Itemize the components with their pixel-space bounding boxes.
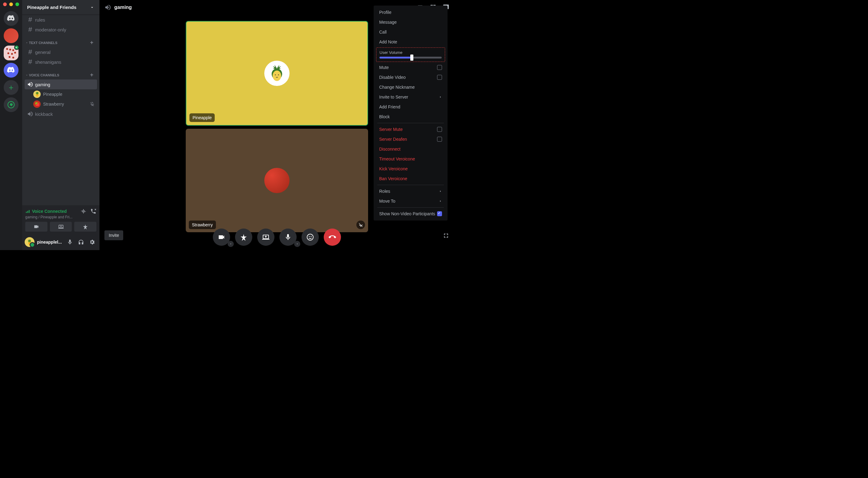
checkbox-icon <box>437 137 442 142</box>
voice-user-pineapple[interactable]: 🍍 Pineapple <box>25 89 97 99</box>
menu-profile[interactable]: Profile <box>376 7 445 17</box>
signal-icon <box>25 209 30 214</box>
server-name: Pineapple and Friends <box>27 5 76 10</box>
add-channel-button[interactable]: + <box>90 39 96 46</box>
checkbox-icon <box>437 65 442 70</box>
server-discord-icon[interactable] <box>4 63 19 77</box>
menu-mute[interactable]: Mute <box>376 63 445 72</box>
server-list: + <box>0 0 22 250</box>
video-tile-pineapple[interactable]: Pineapple <box>186 21 368 126</box>
menu-add-note[interactable]: Add Note <box>376 37 445 47</box>
channel-moderator-only[interactable]: #moderator-only <box>25 25 97 34</box>
chevron-down-icon <box>25 74 28 77</box>
server-header[interactable]: Pineapple and Friends <box>22 0 99 15</box>
activity-button[interactable] <box>235 228 252 246</box>
channel-general[interactable]: #general <box>25 47 97 57</box>
user-name[interactable]: pineapplel... <box>37 240 63 245</box>
avatar <box>264 168 289 193</box>
user-volume-slider[interactable] <box>379 57 442 59</box>
menu-disable-video[interactable]: Disable Video <box>376 72 445 82</box>
voice-user-strawberry[interactable]: 🍓 Strawberry <box>25 99 97 109</box>
menu-server-mute[interactable]: Server Mute <box>376 124 445 134</box>
user-panel: 🍍 pineapplel... <box>22 234 99 250</box>
svg-rect-2 <box>29 210 30 213</box>
user-volume-section: User Volume <box>376 47 445 62</box>
mic-muted-icon <box>356 221 365 229</box>
menu-ban[interactable]: Ban Veroicone <box>376 174 445 184</box>
chevron-right-icon <box>439 189 442 194</box>
mic-muted-icon <box>90 102 95 106</box>
hash-icon: # <box>27 17 33 23</box>
channel-rules[interactable]: #rules <box>25 15 97 25</box>
menu-call[interactable]: Call <box>376 27 445 37</box>
menu-server-deafen[interactable]: Server Deafen <box>376 134 445 144</box>
window-maximize[interactable] <box>16 2 19 6</box>
category-text-channels[interactable]: TEXT CHANNELS + <box>25 34 97 47</box>
disconnect-button[interactable] <box>324 228 341 246</box>
hash-icon: # <box>27 59 33 65</box>
svg-point-13 <box>311 236 312 237</box>
chevron-down-icon[interactable] <box>294 241 300 247</box>
screenshare-button[interactable] <box>50 222 72 232</box>
chevron-right-icon <box>439 95 442 99</box>
tile-label: Pineapple <box>189 113 215 122</box>
window-close[interactable] <box>3 2 7 6</box>
menu-change-nickname[interactable]: Change Nickname <box>376 82 445 92</box>
explore-servers-button[interactable] <box>4 97 19 112</box>
server-icon-active[interactable] <box>4 45 19 60</box>
invite-button[interactable]: Invite <box>104 230 123 240</box>
screenshare-button[interactable] <box>257 228 274 246</box>
channel-sidebar: Pineapple and Friends #rules #moderator-… <box>22 0 99 250</box>
menu-roles[interactable]: Roles <box>376 186 445 196</box>
deafen-button[interactable] <box>76 237 86 247</box>
reactions-button[interactable] <box>302 228 319 246</box>
hash-icon: # <box>27 49 33 55</box>
checkbox-icon <box>437 127 442 132</box>
dm-home-icon[interactable] <box>4 11 19 26</box>
menu-block[interactable]: Block <box>376 112 445 122</box>
fullscreen-button[interactable] <box>443 232 450 240</box>
menu-add-friend[interactable]: Add Friend <box>376 102 445 112</box>
disconnect-icon[interactable] <box>90 208 96 214</box>
avatar: 🍓 <box>33 100 41 108</box>
category-voice-channels[interactable]: VOICE CHANNELS + <box>25 67 97 79</box>
checkbox-icon <box>437 75 442 80</box>
camera-toggle-button[interactable] <box>213 228 230 246</box>
voice-sub-text: gaming / Pineapple and Fri... <box>25 215 96 219</box>
settings-button[interactable] <box>87 237 97 247</box>
menu-message[interactable]: Message <box>376 17 445 27</box>
chevron-down-icon[interactable] <box>228 241 234 247</box>
window-minimize[interactable] <box>9 2 13 6</box>
menu-invite-to-server[interactable]: Invite to Server <box>376 92 445 102</box>
menu-timeout[interactable]: Timeout Veroicone <box>376 154 445 164</box>
channel-title: gaming <box>114 5 132 10</box>
chevron-down-icon <box>90 5 95 10</box>
speaker-icon <box>104 4 111 11</box>
voice-channel-kickback[interactable]: kickback <box>25 109 97 119</box>
voice-channel-gaming[interactable]: gaming <box>25 79 97 89</box>
avatar: 🍍 <box>33 91 41 98</box>
server-icon-1[interactable] <box>4 28 19 43</box>
chevron-down-icon <box>25 41 28 44</box>
video-tile-strawberry[interactable]: Strawberry <box>186 129 368 232</box>
channel-list: #rules #moderator-only TEXT CHANNELS + #… <box>22 15 99 205</box>
menu-move-to[interactable]: Move To <box>376 196 445 206</box>
mic-toggle-button[interactable] <box>279 228 297 246</box>
add-server-button[interactable]: + <box>4 80 19 95</box>
noise-suppression-icon[interactable] <box>81 208 87 214</box>
svg-point-12 <box>309 236 310 237</box>
speaker-icon <box>27 81 33 88</box>
divider <box>377 123 444 123</box>
voice-status-text: Voice Connected <box>32 209 67 214</box>
menu-kick[interactable]: Kick Veroicone <box>376 164 445 174</box>
camera-button[interactable] <box>25 222 48 232</box>
mute-mic-button[interactable] <box>65 237 75 247</box>
svg-point-8 <box>273 70 281 81</box>
divider <box>377 207 444 208</box>
channel-shenanigans[interactable]: #shenanigans <box>25 57 97 67</box>
menu-disconnect[interactable]: Disconnect <box>376 144 445 154</box>
activity-button[interactable] <box>74 222 96 232</box>
user-avatar[interactable]: 🍍 <box>25 237 34 247</box>
add-channel-button[interactable]: + <box>90 72 96 78</box>
menu-show-non-video[interactable]: Show Non-Video Participants <box>376 209 445 219</box>
